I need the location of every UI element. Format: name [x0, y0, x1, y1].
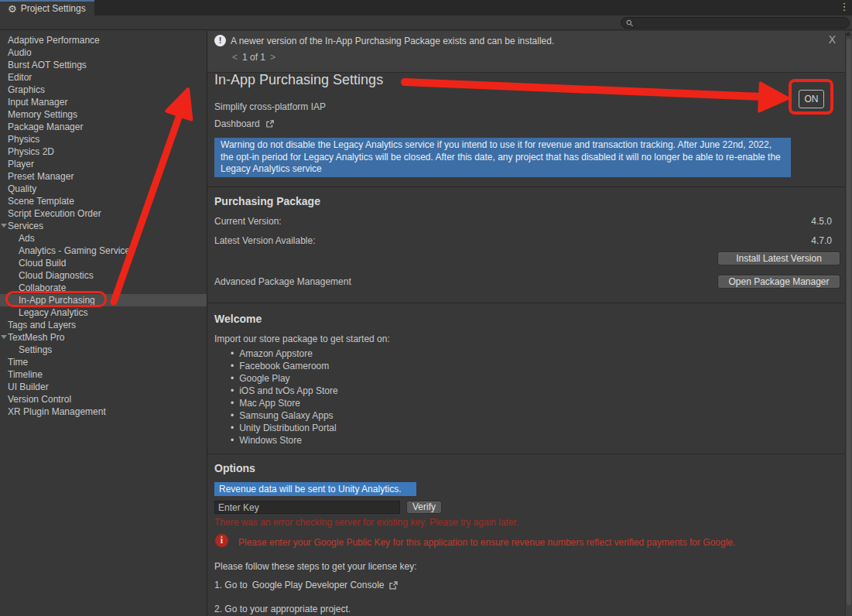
bullet-icon: •: [231, 422, 234, 434]
annotation-box-sidebar: [5, 291, 107, 307]
bullet-icon: •: [231, 360, 234, 372]
sidebar-item-label: UI Builder: [8, 382, 49, 392]
sidebar-item-label: Physics 2D: [8, 146, 54, 157]
tab-project-settings[interactable]: ⚙ Project Settings: [0, 0, 94, 15]
sidebar-item[interactable]: Package Manager: [0, 121, 207, 133]
license-step-2: 2. Go to your appropriate project.: [214, 604, 351, 614]
bullet-icon: •: [231, 434, 234, 447]
sidebar-item-label: Package Manager: [8, 121, 83, 132]
sidebar-item[interactable]: Time: [0, 356, 207, 368]
sidebar-item[interactable]: Tags and Layers: [0, 319, 207, 331]
notification-message: A newer version of the In-App Purchasing…: [231, 36, 554, 46]
page-title: In-App Purchasing Settings: [214, 72, 383, 88]
scroll-up-icon[interactable]: [845, 32, 851, 36]
sidebar-item[interactable]: UI Builder: [0, 381, 207, 393]
pager-next-icon[interactable]: >: [270, 52, 275, 63]
sidebar-item[interactable]: Timeline: [0, 368, 207, 381]
sidebar-item-label: Cloud Build: [19, 258, 66, 269]
verify-button[interactable]: Verify: [406, 501, 442, 514]
sidebar-item-label: Physics: [8, 134, 39, 145]
gear-icon: ⚙: [8, 4, 17, 14]
latest-version-label: Latest Version Available:: [214, 235, 316, 246]
legacy-analytics-warning: Warning do not disable the Legacy Analyt…: [214, 138, 791, 177]
annotation-box-on-toggle: [789, 79, 833, 115]
pager-count: 1 of 1: [242, 52, 265, 63]
tab-strip: ⚙ Project Settings ⋮: [0, 0, 852, 15]
sidebar-item[interactable]: Legacy Analytics: [0, 306, 207, 319]
sidebar-item[interactable]: Audio: [0, 46, 207, 59]
sidebar-item[interactable]: Script Execution Order: [0, 207, 207, 220]
license-steps-intro: Please follow these steps to get your li…: [214, 561, 416, 572]
install-latest-version-button[interactable]: Install Latest Version: [717, 252, 840, 265]
current-version-value: 4.5.0: [811, 215, 832, 228]
sidebar-item[interactable]: Preset Manager: [0, 170, 207, 183]
foldout-icon[interactable]: [1, 224, 7, 228]
license-key-input[interactable]: [214, 501, 400, 514]
sidebar-item[interactable]: Settings: [0, 344, 207, 356]
external-link-icon: [388, 580, 399, 590]
dashboard-label: Dashboard: [214, 118, 260, 129]
vertical-scrollbar[interactable]: [845, 31, 852, 616]
sidebar-item[interactable]: Quality: [0, 183, 207, 195]
section-divider: [207, 187, 845, 187]
sidebar-item[interactable]: Cloud Diagnostics: [0, 269, 207, 282]
sidebar-item-label: Legacy Analytics: [19, 307, 87, 318]
sidebar-item[interactable]: Analytics - Gaming Services: [0, 245, 207, 257]
sidebar-item-label: Audio: [8, 47, 32, 58]
search-input[interactable]: [621, 17, 850, 29]
store-list-item: • Mac App Store: [231, 397, 338, 409]
sidebar-item[interactable]: Burst AOT Settings: [0, 59, 207, 71]
bullet-icon: •: [231, 409, 234, 422]
sidebar-item-label: Graphics: [8, 84, 45, 95]
purchasing-package-heading: Purchasing Package: [214, 195, 320, 207]
bullet-icon: •: [231, 397, 234, 409]
kebab-menu-icon[interactable]: ⋮: [838, 0, 850, 15]
scrollbar-thumb[interactable]: [847, 39, 851, 605]
sidebar-item[interactable]: Input Manager: [0, 96, 207, 108]
sidebar-item-label: Services: [8, 221, 43, 231]
close-icon[interactable]: X: [829, 33, 836, 46]
settings-sidebar: Adaptive Performance Audio Burst AOT Set…: [0, 31, 207, 616]
welcome-intro: Import our store package to get started …: [214, 333, 832, 345]
sidebar-item-label: Ads: [19, 233, 35, 244]
google-key-warning-text: Please enter your Google Public Key for …: [238, 534, 735, 548]
google-play-console-link[interactable]: Google Play Developer Console: [252, 580, 385, 590]
current-version-label: Current Version:: [214, 216, 282, 227]
sidebar-item[interactable]: Services: [0, 220, 207, 232]
store-name: Google Play: [239, 372, 289, 385]
store-list: • Amazon Appstore • Facebook Gameroom • …: [231, 347, 338, 447]
store-name: Samsung Galaxy Apps: [239, 409, 333, 422]
store-list-item: • Google Play: [231, 372, 338, 385]
sidebar-item[interactable]: Player: [0, 158, 207, 170]
sidebar-item[interactable]: Graphics: [0, 84, 207, 96]
foldout-icon[interactable]: [1, 335, 7, 339]
section-divider: [207, 453, 845, 454]
sidebar-item[interactable]: Physics: [0, 133, 207, 145]
google-key-warning-row: i Please enter your Google Public Key fo…: [215, 534, 735, 548]
store-list-item: • Samsung Galaxy Apps: [231, 409, 338, 422]
sidebar-item[interactable]: Ads: [0, 232, 207, 245]
sidebar-item[interactable]: Editor: [0, 71, 207, 84]
store-name: Facebook Gameroom: [239, 360, 329, 372]
search-text-field[interactable]: [637, 18, 844, 29]
sidebar-item[interactable]: Memory Settings: [0, 108, 207, 121]
sidebar-item[interactable]: XR Plugin Management: [0, 406, 207, 418]
notification-pager: < 1 of 1 >: [232, 52, 275, 63]
sidebar-item-label: Quality: [8, 183, 36, 194]
open-package-manager-button[interactable]: Open Package Manager: [717, 275, 840, 289]
sidebar-item[interactable]: Version Control: [0, 393, 207, 406]
store-name: Unity Distribution Portal: [239, 422, 336, 434]
bullet-icon: •: [231, 385, 234, 397]
sidebar-item[interactable]: Physics 2D: [0, 145, 207, 158]
sidebar-item-label: Adaptive Performance: [8, 35, 100, 46]
sidebar-item[interactable]: TextMesh Pro: [0, 331, 207, 344]
page-subtitle: Simplify cross-platform IAP: [214, 101, 326, 112]
sidebar-item[interactable]: Scene Template: [0, 195, 207, 207]
dashboard-link[interactable]: Dashboard: [214, 118, 275, 129]
sidebar-item[interactable]: Adaptive Performance: [0, 34, 207, 46]
pager-prev-icon[interactable]: <: [232, 52, 238, 63]
sidebar-item-label: Player: [8, 159, 34, 169]
sidebar-item[interactable]: Cloud Build: [0, 257, 207, 269]
latest-version-value: 4.7.0: [811, 234, 832, 247]
latest-version-row: Latest Version Available: 4.7.0: [214, 234, 832, 247]
